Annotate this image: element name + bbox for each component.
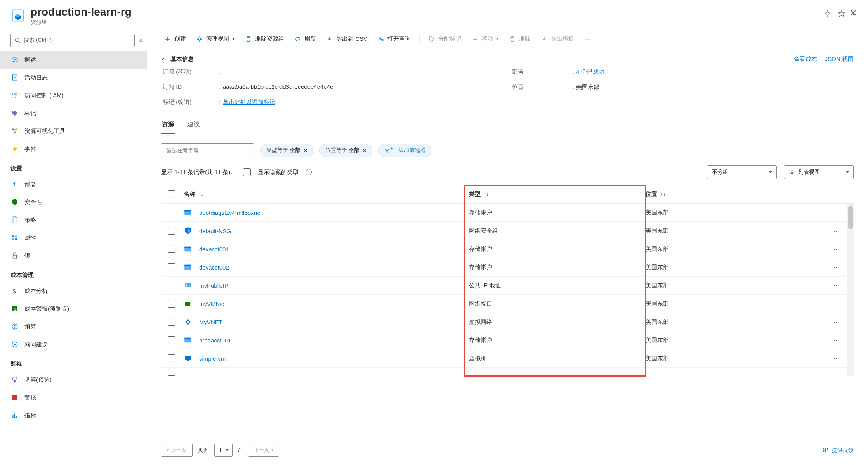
list-icon	[789, 169, 794, 175]
resource-link[interactable]: simple-vm	[199, 355, 226, 362]
svg-rect-24	[12, 395, 17, 400]
info-icon[interactable]: i	[306, 169, 312, 175]
row-more-icon[interactable]: ⋯	[831, 318, 838, 326]
view-costs-link[interactable]: 查看成本	[794, 55, 817, 63]
pin-icon[interactable]	[824, 10, 831, 18]
sidebar-item-cost-analysis[interactable]: $ 成本分析	[0, 282, 147, 300]
manage-view-button[interactable]: 管理视图▾	[191, 33, 240, 45]
show-hidden-checkbox[interactable]	[243, 168, 251, 176]
delete-rg-button[interactable]: 删除资源组	[240, 33, 289, 45]
sidebar-item-props[interactable]: 属性	[0, 229, 147, 247]
sidebar-item-events[interactable]: 事件	[0, 140, 147, 158]
sidebar-search-input[interactable]: 搜索 (Ctrl+/)	[10, 34, 135, 47]
svg-point-7	[15, 94, 17, 96]
sidebar-item-insights[interactable]: 见解(预览)	[0, 371, 147, 389]
add-filter-button[interactable]: +添加筛选器	[378, 144, 431, 157]
row-more-icon[interactable]: ⋯	[831, 209, 838, 216]
edit-tags-link[interactable]: 编辑	[178, 99, 189, 105]
sidebar-item-label: 部署	[24, 181, 36, 188]
column-header-type[interactable]: 类型↑↓	[467, 190, 646, 198]
create-button[interactable]: 创建	[160, 33, 191, 45]
sidebar-item-iam[interactable]: 访问控制 (IAM)	[0, 86, 147, 104]
page-select[interactable]: 1	[214, 444, 233, 457]
resource-link[interactable]: MyVNET	[199, 319, 222, 325]
sidebar-item-activity[interactable]: 活动日志	[0, 69, 147, 86]
select-all-checkbox[interactable]	[168, 190, 175, 198]
row-more-icon[interactable]: ⋯	[831, 227, 838, 235]
json-view-link[interactable]: JSON 视图	[825, 55, 854, 63]
delete-button[interactable]: 删除	[504, 33, 535, 45]
sidebar-item-lock[interactable]: 锁	[0, 247, 147, 264]
next-page-button[interactable]: 下一页 >	[248, 444, 279, 457]
column-header-location[interactable]: 位置↑↓	[646, 190, 823, 198]
add-tags-link[interactable]: 单击此处以添加标记	[223, 99, 275, 105]
column-header-name[interactable]: 名称↑↓	[182, 190, 467, 198]
resource-link[interactable]: myPublicIP	[199, 282, 228, 289]
sidebar-item-alerts2[interactable]: 警报	[0, 389, 147, 406]
row-more-icon[interactable]: ⋯	[831, 282, 838, 289]
sidebar-item-deploy[interactable]: 部署	[0, 175, 147, 193]
location-filter-pill[interactable]: 位置等于 全部✕	[319, 144, 372, 157]
tab-resources[interactable]: 资源	[161, 117, 175, 134]
table-row: myVMNic 网络接口 美国东部 ⋯	[161, 295, 854, 313]
scrollbar-thumb[interactable]	[848, 206, 853, 229]
open-query-button[interactable]: 打开查询	[373, 33, 415, 45]
collapse-sidebar-icon[interactable]: «	[139, 37, 142, 44]
sort-icon: ↑↓	[660, 191, 665, 197]
prev-page-button[interactable]: < 上一页	[161, 444, 193, 457]
resource-location: 美国东部	[646, 227, 823, 235]
row-checkbox[interactable]	[168, 318, 175, 326]
assign-tags-button[interactable]: 分配标记	[424, 33, 466, 45]
close-icon[interactable]: ✕	[363, 148, 366, 153]
row-more-icon[interactable]: ⋯	[831, 336, 838, 344]
row-checkbox[interactable]	[168, 368, 175, 376]
row-more-icon[interactable]: ⋯	[831, 263, 838, 271]
view-mode-dropdown[interactable]: 列表视图	[784, 165, 854, 179]
row-checkbox[interactable]	[168, 336, 175, 344]
sidebar-item-label: 成本警报(预览版)	[24, 305, 69, 313]
export-csv-button[interactable]: 导出到 CSV	[321, 33, 372, 45]
sidebar-section-header: 监视	[0, 353, 147, 371]
row-checkbox[interactable]	[168, 263, 175, 271]
move-button[interactable]: 移动▾	[467, 33, 503, 45]
move-subscription-link[interactable]: 移动	[178, 68, 189, 75]
sidebar-item-tags[interactable]: 标记	[0, 104, 147, 122]
export-template-button[interactable]: 导出模板	[536, 33, 579, 45]
scrollbar[interactable]	[847, 204, 854, 376]
sidebar-item-cost-alert[interactable]: $ 成本警报(预览版)	[0, 300, 147, 318]
resource-link[interactable]: devacct002	[199, 264, 229, 271]
resource-link[interactable]: bootdiagstzv4fmlf5oxne	[199, 209, 260, 216]
sidebar-item-overview[interactable]: 概述	[0, 51, 147, 69]
row-checkbox[interactable]	[168, 282, 175, 289]
sidebar-item-budget[interactable]: $ 预算	[0, 318, 147, 335]
resource-link[interactable]: prodacct001	[199, 337, 231, 344]
resource-link[interactable]: myVMNic	[199, 301, 224, 307]
sidebar-item-metrics[interactable]: 指标	[0, 406, 147, 424]
row-more-icon[interactable]: ⋯	[831, 354, 838, 362]
row-checkbox[interactable]	[168, 300, 175, 308]
type-filter-pill[interactable]: 类型等于 全部✕	[260, 144, 313, 157]
toolbar-more-button[interactable]: ⋯	[580, 33, 595, 45]
sidebar-item-advisor[interactable]: 顾问建议	[0, 335, 147, 353]
sidebar-item-security[interactable]: 安全性	[0, 193, 147, 211]
sidebar-item-vis[interactable]: 资源可视化工具	[0, 122, 147, 140]
refresh-button[interactable]: 刷新	[290, 33, 321, 45]
close-icon[interactable]: ✕	[850, 8, 857, 18]
close-icon[interactable]: ✕	[304, 148, 307, 153]
favorite-icon[interactable]	[838, 10, 845, 18]
resource-link[interactable]: devacct001	[199, 246, 229, 252]
row-checkbox[interactable]	[168, 354, 175, 362]
row-more-icon[interactable]: ⋯	[831, 245, 838, 253]
row-checkbox[interactable]	[168, 209, 175, 216]
feedback-link[interactable]: 提供反馈	[822, 447, 854, 454]
row-checkbox[interactable]	[168, 245, 175, 253]
sidebar-item-policy[interactable]: 策略	[0, 211, 147, 229]
row-more-icon[interactable]: ⋯	[831, 300, 838, 308]
tab-advisor[interactable]: 建议	[187, 117, 201, 134]
row-checkbox[interactable]	[168, 227, 175, 235]
filter-input[interactable]	[161, 143, 254, 157]
nsg-icon	[184, 226, 192, 235]
grouping-dropdown[interactable]: 不分组	[707, 165, 777, 179]
chevron-up-icon[interactable]	[161, 57, 167, 62]
resource-link[interactable]: default-NSG	[199, 228, 231, 234]
